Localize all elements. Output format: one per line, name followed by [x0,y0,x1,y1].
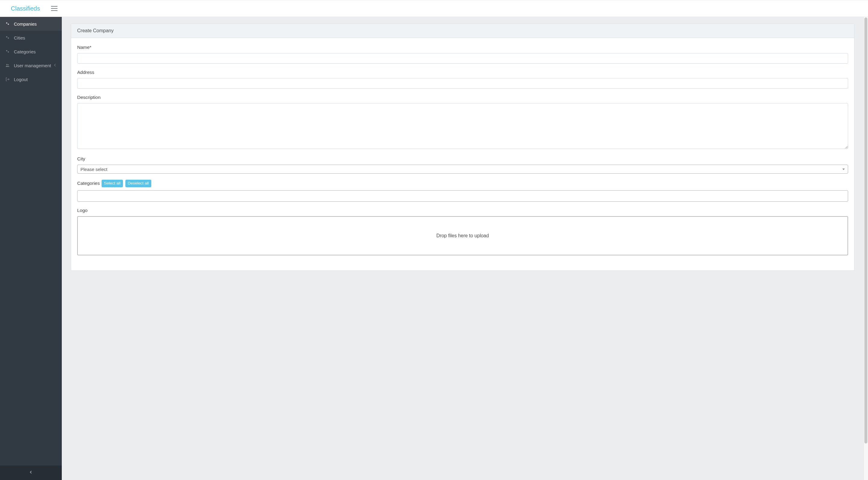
form-group-description: Description [77,95,848,150]
logout-icon [5,77,10,82]
categories-multiselect[interactable] [77,190,848,202]
sidebar-nav: Companies Cities Categories User managem… [0,17,62,466]
categories-label: Categories [77,181,100,186]
sidebar-item-logout[interactable]: Logout [0,72,62,86]
svg-point-6 [6,64,7,65]
form-group-address: Address [77,70,848,89]
city-select-placeholder: Please select [81,167,107,172]
address-label: Address [77,70,848,75]
sidebar-item-user-management[interactable]: User management [0,59,62,72]
card-body: Name* Address Description City Please se… [71,38,854,270]
sidebar-item-label: Categories [14,49,36,54]
page-scrollbar[interactable] [864,17,868,480]
svg-point-3 [8,37,9,38]
create-company-card: Create Company Name* Address Description… [71,24,855,271]
scrollbar-thumb[interactable] [864,18,867,444]
sidebar-item-label: Logout [14,77,28,82]
select-all-button[interactable]: Select all [101,180,123,187]
logo-label: Logo [77,208,848,213]
cogs-icon [5,22,10,26]
brand-link[interactable]: Classifieds [11,5,40,12]
svg-point-0 [6,22,7,24]
name-label: Name* [77,44,848,50]
name-input[interactable] [77,53,848,64]
svg-point-2 [6,36,7,37]
svg-point-4 [6,50,7,51]
chevron-left-icon [53,63,58,68]
cogs-icon [5,49,10,54]
deselect-all-button[interactable]: Deselect all [125,180,151,187]
dropzone-text: Drop files here to upload [436,233,489,239]
form-group-categories: Categories Select all Deselect all [77,180,848,202]
layout-wrapper: Companies Cities Categories User managem… [0,17,868,480]
navbar: Classifieds [0,0,868,17]
cogs-icon [5,35,10,40]
description-textarea[interactable] [77,103,848,149]
sidebar-item-label: User management [14,63,51,68]
address-input[interactable] [77,78,848,89]
sidebar-collapse-button[interactable] [0,466,62,480]
form-group-city: City Please select [77,156,848,174]
card-title: Create Company [71,24,854,38]
sidebar-item-cities[interactable]: Cities [0,31,62,44]
description-label: Description [77,95,848,100]
chevron-left-icon [29,470,33,476]
sidebar-item-label: Companies [14,22,37,27]
city-select[interactable]: Please select [77,164,848,174]
caret-down-icon [842,169,845,170]
form-group-logo: Logo Drop files here to upload [77,208,848,256]
svg-point-5 [8,51,9,53]
svg-point-7 [8,64,9,65]
sidebar-item-categories[interactable]: Categories [0,44,62,59]
form-group-name: Name* [77,44,848,64]
logo-dropzone[interactable]: Drop files here to upload [77,216,848,256]
main-content: Create Company Name* Address Description… [62,17,864,480]
sidebar-item-label: Cities [14,35,25,40]
svg-point-1 [8,24,9,25]
hamburger-icon[interactable] [51,6,58,11]
users-icon [5,63,10,68]
city-label: City [77,156,848,161]
sidebar: Companies Cities Categories User managem… [0,17,62,480]
sidebar-item-companies[interactable]: Companies [0,17,62,31]
